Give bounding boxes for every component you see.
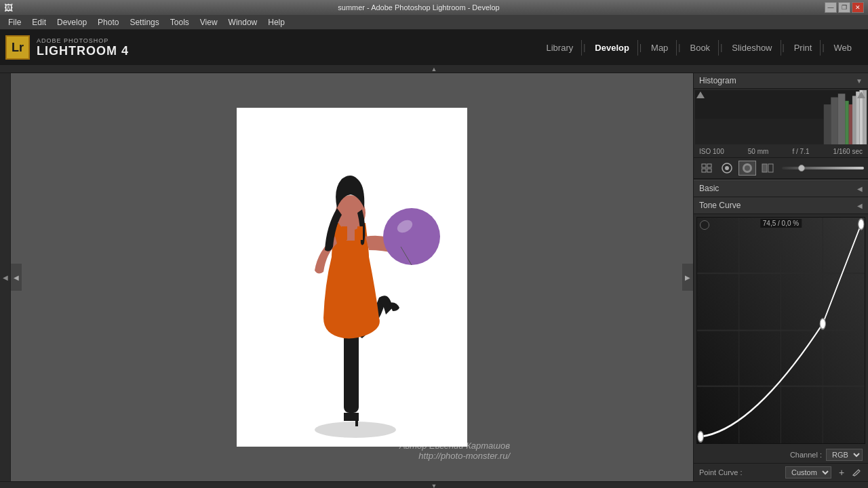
photo-canvas — [237, 108, 467, 447]
titlebar-controls[interactable]: — ❐ ✕ — [825, 2, 864, 13]
minimize-button[interactable]: — — [825, 2, 837, 13]
menu-help[interactable]: Help — [262, 16, 290, 28]
draw-curve-button[interactable] — [850, 466, 863, 479]
logo-subtitle: ADOBE PHOTOSHOP — [37, 37, 129, 44]
svg-rect-24 — [707, 169, 711, 172]
focal-info: 50 mm — [748, 148, 769, 155]
menu-file[interactable]: File — [3, 16, 26, 28]
left-panel: ◀ — [0, 73, 11, 481]
menubar: File Edit Develop Photo Settings Tools V… — [0, 15, 868, 30]
titlebar-title: summer - Adobe Photoshop Lightroom - Dev… — [338, 3, 499, 12]
nav-tab-map[interactable]: Map — [643, 40, 677, 56]
menu-edit[interactable]: Edit — [26, 16, 52, 28]
loupe-tool-button[interactable] — [718, 161, 736, 176]
svg-point-38 — [820, 319, 825, 329]
menu-window[interactable]: Window — [223, 16, 263, 28]
curve-grid — [697, 218, 865, 443]
nav-tabs: Library | Develop | Map | Book | Slidesh… — [538, 40, 860, 56]
tone-curve-info: 74,5 / 0,0 % — [760, 219, 802, 228]
svg-point-26 — [725, 166, 729, 170]
tone-curve-collapse-icon[interactable]: ◀ — [857, 202, 863, 209]
nav-tab-develop[interactable]: Develop — [587, 40, 638, 56]
svg-rect-15 — [845, 101, 848, 144]
svg-rect-12 — [824, 104, 831, 144]
logo-text: ADOBE PHOTOSHOP LIGHTROOM 4 — [37, 37, 129, 58]
svg-rect-30 — [768, 164, 773, 172]
titlebar: 🖼 summer - Adobe Photoshop Lightroom - D… — [0, 0, 868, 15]
svg-point-3 — [383, 208, 440, 265]
svg-rect-13 — [831, 98, 838, 144]
channel-label: Channel : — [790, 451, 822, 459]
menu-photo[interactable]: Photo — [92, 16, 124, 28]
image-display — [237, 108, 467, 447]
menu-settings[interactable]: Settings — [124, 16, 164, 28]
close-button[interactable]: ✕ — [852, 2, 864, 13]
point-curve-label: Point Curve : — [699, 468, 743, 476]
top-panel-toggle[interactable]: ▲ — [0, 65, 868, 73]
basic-section-header[interactable]: Basic ◀ — [694, 180, 868, 197]
titlebar-icon: 🖼 — [4, 3, 13, 13]
svg-rect-14 — [838, 94, 846, 144]
svg-rect-16 — [849, 104, 852, 144]
compare-tool-button[interactable] — [759, 161, 776, 176]
clipping-shadows-icon[interactable] — [696, 92, 705, 98]
develop-tool-button[interactable] — [738, 161, 756, 176]
basic-label: Basic — [699, 184, 719, 193]
histogram-header: Histogram ▼ — [694, 73, 868, 89]
next-image-arrow[interactable]: ▶ — [682, 264, 693, 291]
logo-title: LIGHTROOM 4 — [37, 44, 129, 58]
nav-tab-slideshow[interactable]: Slideshow — [724, 40, 781, 56]
svg-point-40 — [698, 431, 703, 442]
clipping-highlights-icon[interactable] — [857, 92, 865, 98]
svg-rect-22 — [707, 164, 711, 167]
svg-rect-8 — [342, 226, 347, 240]
develop-icon — [741, 162, 753, 174]
svg-rect-11 — [695, 119, 824, 144]
center-panel: ◀ — [11, 73, 693, 481]
nav-tab-library[interactable]: Library — [538, 40, 582, 56]
tone-curve-label: Tone Curve — [699, 201, 741, 210]
svg-rect-19 — [859, 90, 863, 144]
menu-view[interactable]: View — [195, 16, 223, 28]
grid-tool-button[interactable] — [698, 161, 715, 176]
grid-icon — [701, 163, 712, 173]
pencil-icon — [852, 468, 861, 477]
maximize-button[interactable]: ❐ — [838, 2, 850, 13]
tone-curve-canvas[interactable]: 74,5 / 0,0 % — [696, 217, 865, 444]
circle-icon — [721, 162, 733, 174]
main-area: ◀ ◀ — [0, 73, 868, 481]
histogram-section: Histogram ▼ — [694, 73, 868, 158]
add-point-button[interactable]: + — [835, 466, 848, 479]
svg-point-39 — [859, 219, 864, 230]
curve-target-icon[interactable] — [700, 220, 709, 230]
left-panel-arrow[interactable]: ◀ — [1, 270, 9, 284]
lr-badge: Lr — [5, 35, 30, 60]
channel-select[interactable]: RGB — [826, 449, 863, 461]
nav-tab-web[interactable]: Web — [826, 40, 861, 56]
menu-tools[interactable]: Tools — [165, 16, 195, 28]
compare-icon — [762, 163, 774, 173]
histogram-area — [695, 90, 867, 144]
tone-curve-header: Tone Curve ◀ — [694, 197, 868, 214]
svg-rect-7 — [347, 228, 355, 241]
watermark-line2: http://photo-monster.ru/ — [399, 451, 510, 461]
tool-strip — [694, 158, 868, 179]
tone-slider-thumb[interactable] — [798, 165, 805, 171]
basic-collapse-icon[interactable]: ◀ — [857, 185, 863, 192]
histogram-info: ISO 100 50 mm f / 7.1 1/160 sec — [694, 146, 868, 157]
histogram-collapse-icon[interactable]: ▼ — [856, 77, 863, 85]
histogram-label: Histogram — [699, 76, 736, 85]
svg-rect-23 — [702, 169, 706, 172]
tone-slider[interactable] — [782, 167, 864, 169]
nav-tab-print[interactable]: Print — [786, 40, 821, 56]
menu-develop[interactable]: Develop — [52, 16, 92, 28]
point-curve-select[interactable]: Custom — [785, 466, 831, 479]
right-panel: Histogram ▼ — [693, 73, 868, 481]
logo-area: Lr ADOBE PHOTOSHOP LIGHTROOM 4 — [5, 35, 129, 60]
nav-tab-book[interactable]: Book — [682, 40, 719, 56]
svg-point-28 — [745, 165, 750, 171]
prev-image-arrow[interactable]: ◀ — [11, 264, 22, 291]
bottom-panel-toggle[interactable]: ▼ — [0, 481, 868, 488]
svg-rect-21 — [702, 164, 706, 167]
svg-rect-29 — [762, 164, 767, 172]
